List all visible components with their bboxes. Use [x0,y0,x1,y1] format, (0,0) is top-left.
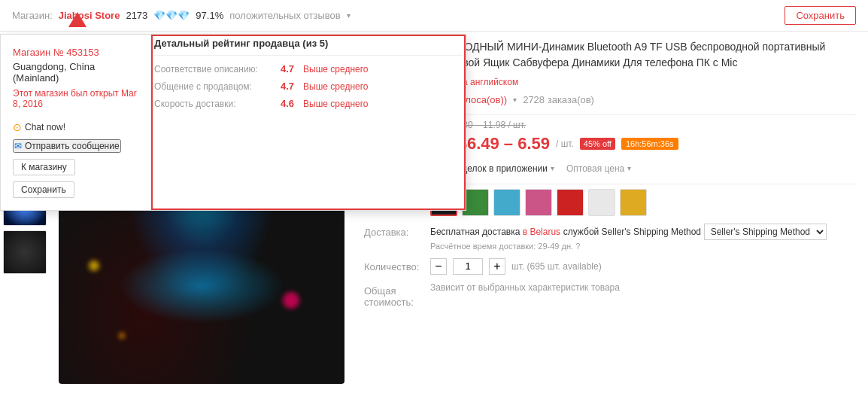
popup-arrow [68,12,86,27]
qty-control: − + шт. (695 шт. available) [430,258,856,275]
qty-input[interactable] [453,258,483,275]
send-message-button[interactable]: ✉ Отправить сообщение [13,139,121,153]
header-bar: Магазин: Jiabosi Store 2173 💎💎💎 97.1% по… [0,0,868,32]
speaker-glow [119,248,284,324]
save-store-button[interactable]: Сохранить [785,6,856,25]
seller-rating-row-2: Скорость доставки: 4.6 Выше среднего [154,98,463,109]
qty-available: шт. (695 шт. available) [511,261,602,272]
badge-off: 45% off [580,138,615,150]
qty-plus-button[interactable]: + [489,258,505,275]
positive-pct: 97.1% [196,10,223,21]
delivery-destination: в Belarus [523,227,560,237]
delivery-service: службой Seller's Shipping Method [563,227,701,237]
app-deals-chevron[interactable]: ▾ [551,164,554,172]
thumb-5[interactable] [3,230,47,274]
chat-icon: ⊙ [13,121,22,133]
swatch-red[interactable] [557,189,584,216]
total-label: Общая стоимость: [364,282,424,308]
delivery-label: Доставка: [364,224,424,238]
seller-rating-title: Детальный рейтинг продавца (из 5) [154,38,463,56]
seller-rating-text-1: Выше среднего [303,81,368,92]
save-popup-button[interactable]: Сохранить [13,181,74,198]
total-note: Зависит от выбранных характеристик товар… [430,282,856,293]
seller-rating-row-1: Общение с продавцом: 4.7 Выше среднего [154,81,463,92]
store-info-panel: Магазин № 453153 Guangdong, China (Mainl… [1,35,151,210]
delivery-detail: Бесплатная доставка в Belarus службой Se… [430,224,856,251]
discount-unit: / шт. [556,138,574,149]
store-name[interactable]: Jiabosi Store [59,10,120,21]
store-opened-label: Этот магазин был открыт [13,88,119,99]
orders-count: 2728 заказа(ов) [523,94,594,105]
chat-now-button[interactable]: ⊙ Chat now! [13,121,65,133]
delivery-text: Бесплатная доставка в Belarus службой Se… [430,224,856,240]
seller-rating-score-1: 4.7 [281,81,294,92]
seller-rating-score-0: 4.7 [281,63,294,75]
delivery-row: Доставка: Бесплатная доставка в Belarus … [364,224,856,251]
shipping-method-dropdown[interactable]: Seller's Shipping Method [704,224,827,240]
votes-chevron[interactable]: ▾ [513,96,517,104]
seller-rating-label-0: Соответствие описанию: [154,64,275,75]
seller-rating-text-2: Выше среднего [303,99,368,109]
seller-rating-score-2: 4.6 [281,98,294,109]
qty-row: Количество: − + шт. (695 шт. available) [364,258,856,275]
swatch-yellow[interactable] [620,189,647,216]
store-popup: Магазин № 453153 Guangdong, China (Mainl… [0,34,466,211]
store-actions: ⊙ Chat now! ✉ Отправить сообщение К мага… [13,121,138,198]
question-icon[interactable]: ? [575,242,580,251]
store-opened: Этот магазин был открыт Mar 8, 2016 [13,88,138,109]
wholesale-chevron[interactable]: ▾ [627,164,631,172]
bokeh-3 [283,292,299,309]
delivery-time: Расчётное время доставки: 29-49 дн. ? [430,242,856,251]
bokeh-7 [119,333,125,339]
store-label: Магазин: [12,10,53,21]
to-store-button[interactable]: К магазину [13,159,75,175]
swatch-white[interactable] [588,189,615,216]
total-row: Общая стоимость: Зависит от выбранных ха… [364,282,856,308]
badge-timer: 16h:56m:36s [621,138,678,150]
wholesale-link[interactable]: Оптовая цена [566,163,624,174]
arrow-up-icon [68,12,86,27]
bokeh-4 [89,260,99,271]
qty-label: Количество: [364,258,424,272]
color-swatches [430,189,856,216]
swatch-lightblue[interactable] [493,189,520,216]
positive-chevron[interactable]: ▾ [347,11,351,20]
delivery-free: Бесплатная доставка [430,227,523,237]
store-number: Магазин № 453153 [13,47,138,58]
positive-label: положительных отзывов [229,10,340,21]
qty-minus-button[interactable]: − [430,258,447,275]
seller-rating-text-0: Выше среднего [303,64,368,75]
diamond-icons: 💎💎💎 [153,10,190,21]
seller-rating-row-0: Соответствие описанию: 4.7 Выше среднего [154,63,463,75]
seller-rating-label-1: Общение с продавцом: [154,81,275,92]
mail-icon: ✉ [14,141,22,151]
seller-rating-box: Детальный рейтинг продавца (из 5) Соотве… [151,35,466,210]
store-location: Guangdong, China (Mainland) [13,61,138,84]
swatch-pink[interactable] [525,189,552,216]
seller-rating-label-2: Скорость доставки: [154,99,275,109]
delivery-time-text: Расчётное время доставки: 29-49 дн. [430,242,573,251]
send-message-label: Отправить сообщение [25,141,120,151]
chat-now-label: Chat now! [25,122,65,132]
rating-count: 2173 [126,10,147,21]
